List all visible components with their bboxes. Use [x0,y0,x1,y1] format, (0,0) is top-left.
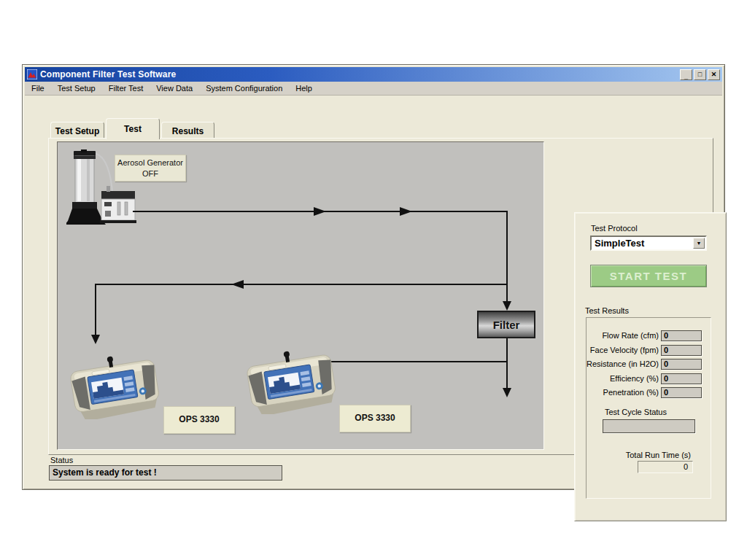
flow-line-down-to-filter [506,211,508,302]
test-protocol-label: Test Protocol [591,224,638,233]
application-window: Component Filter Test Software _ □ ✕ Fil… [22,64,725,490]
face-velocity-value: 0 [661,345,702,356]
tab-page-test: Filter Aerosol Generator OFF [48,138,713,455]
test-results-label: Test Results [585,306,629,315]
efficiency-value: 0 [661,373,702,384]
total-run-time-value: 0 [638,461,693,473]
maximize-button[interactable]: □ [694,69,706,80]
tab-results[interactable]: Results [161,122,214,139]
flow-line-below-filter [506,338,508,389]
result-row-efficiency: Efficiency (%) 0 [587,373,711,385]
chevron-down-icon: ▼ [697,241,702,246]
result-row-flow-rate: Flow Rate (cfm) 0 [587,330,711,342]
flow-diagram-panel: Filter Aerosol Generator OFF [57,141,544,450]
window-title: Component Filter Test Software [40,69,680,79]
minimize-button[interactable]: _ [680,69,692,80]
menu-test-setup[interactable]: Test Setup [51,82,102,94]
minimize-icon: _ [684,74,688,80]
control-panel: Test Protocol SimpleTest ▼ START TEST Te… [574,212,727,521]
screenshot-canvas: Component Filter Test Software _ □ ✕ Fil… [0,0,747,560]
penetration-label: Penetration (%) [587,388,659,397]
aerosol-generator-label: Aerosol Generator OFF [115,155,186,182]
flow-arrow-into-ops1 [91,335,100,344]
menu-system-configuration[interactable]: System Configuration [199,82,289,94]
start-test-button[interactable]: START TEST [590,265,707,287]
flow-line-to-ops2 [322,361,508,362]
ops-3330-device-1 [68,351,164,419]
tab-test-setup[interactable]: Test Setup [50,122,104,139]
status-label: Status [50,456,73,464]
flow-line-down-to-ops1 [95,284,96,336]
maximize-icon: □ [698,71,702,78]
tab-test[interactable]: Test [106,118,160,139]
flow-arrow-left-return [231,280,244,289]
result-row-face-velocity: Face Velocity (fpm) 0 [587,345,711,357]
test-protocol-dropdown[interactable]: SimpleTest ▼ [590,236,707,251]
flow-rate-label: Flow Rate (cfm) [587,331,659,340]
flow-line-return [95,284,508,285]
test-results-group: Flow Rate (cfm) 0 Face Velocity (fpm) 0 … [586,317,711,499]
flow-arrow-exhaust [503,388,511,397]
title-bar[interactable]: Component Filter Test Software _ □ ✕ [25,67,722,82]
flow-arrow-into-filter [503,301,511,311]
ops-3330-device-2 [244,346,341,414]
flow-arrow-right-1 [314,207,326,216]
result-row-resistance: Resistance (in H2O) 0 [587,359,711,370]
test-cycle-status-label: Test Cycle Status [605,408,667,416]
menu-bar: File Test Setup Filter Test View Data Sy… [25,82,722,96]
ops1-label-text: OPS 3330 [179,414,219,426]
filter-label: Filter [493,319,520,331]
face-velocity-label: Face Velocity (fpm) [587,346,659,354]
menu-view-data[interactable]: View Data [150,82,199,94]
flow-rate-value: 0 [661,330,702,341]
start-test-label: START TEST [610,270,687,282]
total-run-time-label: Total Run Time (s) [616,451,691,459]
test-protocol-value[interactable]: SimpleTest [592,238,693,249]
resistance-label: Resistance (in H2O) [587,359,659,368]
status-message-box: System is ready for test ! [49,465,282,481]
ops2-label: OPS 3330 [339,405,411,432]
menu-help[interactable]: Help [289,82,319,94]
resistance-value: 0 [661,359,702,370]
test-cycle-status-bar [603,419,695,433]
app-icon [27,69,37,79]
penetration-value: 0 [661,387,702,398]
flow-arrow-right-2 [400,207,412,216]
efficiency-label: Efficiency (%) [587,374,659,383]
menu-file[interactable]: File [25,82,51,94]
result-row-penetration: Penetration (%) 0 [587,387,711,399]
menu-filter-test[interactable]: Filter Test [102,82,150,94]
close-icon: ✕ [711,71,717,78]
filter-box: Filter [477,311,535,338]
aerosol-generator-state: OFF [142,168,158,179]
ops2-label-text: OPS 3330 [355,413,395,424]
aerosol-generator-label-line1: Aerosol Generator [117,158,183,168]
close-button[interactable]: ✕ [708,69,720,80]
ops1-label: OPS 3330 [163,406,235,434]
dropdown-button[interactable]: ▼ [693,238,705,249]
